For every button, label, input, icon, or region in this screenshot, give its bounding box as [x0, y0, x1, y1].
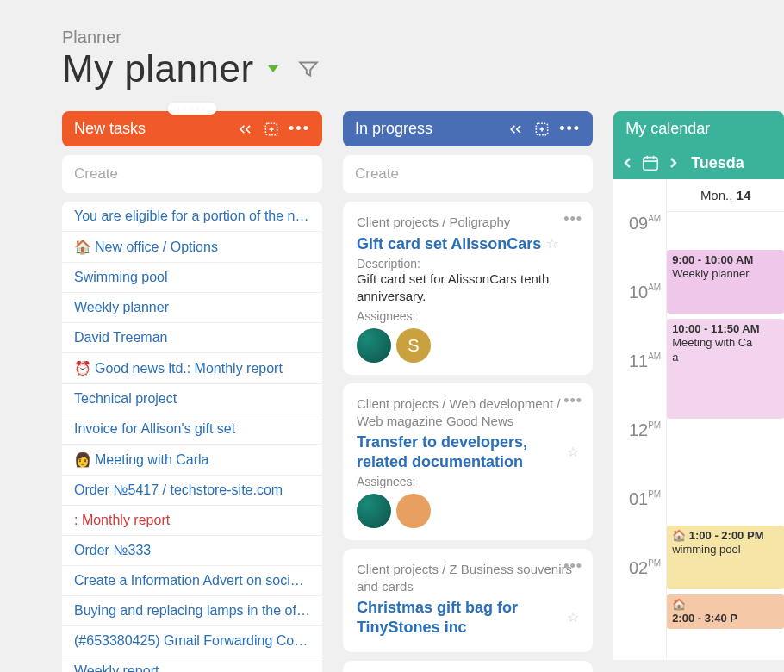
task-card[interactable]: •••Client projects / Web development /	[343, 661, 593, 672]
task-row[interactable]: Create a Information Advert on soci…	[62, 566, 322, 596]
task-row[interactable]: Weekly report	[62, 656, 322, 672]
task-card[interactable]: •••Client projects / Z Business souvenir…	[343, 549, 593, 652]
card-description: Gift card set for AlissonCars tenth anni…	[357, 271, 579, 304]
column-header-new-tasks: : : : : : New tasks •••	[62, 111, 322, 146]
assignees-row	[357, 494, 579, 528]
task-row[interactable]: Buying and replacing lamps in the of…	[62, 596, 322, 626]
card-more-icon[interactable]: •••	[563, 557, 582, 576]
calendar-hour: 11AM	[613, 352, 666, 420]
avatar[interactable]	[396, 494, 431, 528]
assignees-label: Assignees:	[357, 475, 579, 488]
column-in-progress: In progress ••• Create •••Client project…	[343, 111, 593, 672]
calendar-day-header: Mon., 14	[667, 179, 784, 212]
task-row[interactable]: Weekly planner	[62, 293, 322, 323]
task-row[interactable]: Order №5417 / techstore-site.com	[62, 476, 322, 506]
avatar[interactable]	[357, 328, 391, 363]
calendar-event[interactable]: 🏠 1:00 - 2:00 PMwimming pool	[667, 526, 784, 589]
task-list: You are eligible for a portion of the n……	[62, 202, 322, 672]
assignees-label: Assignees:	[357, 309, 579, 323]
calendar-hour: 01PM	[613, 489, 666, 558]
task-row[interactable]: 👩Meeting with Carla	[62, 445, 322, 476]
card-more-icon[interactable]: •••	[563, 392, 582, 410]
calendar-icon[interactable]	[641, 153, 660, 172]
calendar-event[interactable]: 9:00 - 10:00 AMWeekly planner	[667, 250, 784, 314]
breadcrumb[interactable]: Planner	[62, 28, 784, 47]
task-row[interactable]: : Monthly report	[62, 506, 322, 536]
avatar[interactable]: S	[396, 328, 431, 363]
task-row[interactable]: Order №333	[62, 536, 322, 566]
task-card[interactable]: •••Client projects / PoligraphyGift card…	[343, 202, 593, 375]
task-row[interactable]: Swimming pool	[62, 263, 322, 293]
column-calendar: My calendar Tuesda 09AM10AM11AM12PM01PM0…	[613, 111, 784, 660]
calendar-hour: 02PM	[613, 558, 666, 627]
calendar-nav: Tuesda	[613, 146, 784, 179]
calendar-hours: 09AM10AM11AM12PM01PM02PM	[613, 179, 667, 660]
card-path: Client projects / Web development / Web …	[357, 395, 579, 429]
create-input[interactable]: Create	[343, 155, 593, 193]
column-header-in-progress: In progress •••	[343, 111, 593, 146]
drag-handle-icon[interactable]: : : : : :	[167, 103, 216, 115]
expand-icon[interactable]	[263, 121, 280, 138]
card-path: Client projects / Poligraphy	[357, 214, 579, 231]
svg-rect-2	[644, 158, 658, 171]
page-title: My planner	[62, 47, 254, 90]
star-icon[interactable]: ☆	[546, 235, 558, 252]
calendar-hour: 09AM	[613, 214, 666, 283]
card-title[interactable]: Transfer to developers, related document…	[357, 432, 562, 471]
more-icon[interactable]: •••	[559, 120, 581, 138]
task-row[interactable]: David Treeman	[62, 323, 322, 353]
calendar-events: Mon., 14 9:00 - 10:00 AMWeekly planner10…	[667, 179, 784, 660]
calendar-hour: 12PM	[613, 420, 666, 489]
column-header-calendar: My calendar	[613, 111, 784, 146]
collapse-icon[interactable]	[507, 122, 525, 136]
more-icon[interactable]: •••	[289, 120, 310, 138]
task-card[interactable]: •••Client projects / Web development / W…	[343, 383, 593, 540]
column-title: New tasks	[74, 120, 237, 138]
task-row[interactable]: 🏠New office / Options	[62, 232, 322, 263]
calendar-hour: 10AM	[613, 283, 666, 352]
column-title: My calendar	[625, 120, 772, 138]
calendar-day-label: Tuesda	[691, 154, 744, 172]
task-row[interactable]: You are eligible for a portion of the n…	[62, 202, 322, 232]
card-title[interactable]: Christmas gift bag for TinyStones inc	[357, 598, 562, 637]
card-title[interactable]: Gift card set AlissonCars	[357, 234, 541, 254]
card-path: Client projects / Z Business souvenirs a…	[357, 561, 579, 594]
description-label: Description:	[357, 257, 579, 271]
column-new-tasks: : : : : : New tasks ••• Create You are e…	[62, 111, 322, 672]
prev-icon[interactable]	[624, 157, 632, 169]
column-title: In progress	[355, 120, 507, 138]
task-row[interactable]: Technical project	[62, 384, 322, 414]
calendar-event[interactable]: 10:00 - 11:50 AMMeeting with Caa	[667, 319, 784, 419]
next-icon[interactable]	[669, 157, 677, 169]
calendar-event[interactable]: 🏠 2:00 - 3:40 P	[667, 594, 784, 629]
task-row[interactable]: Invoice for Allison's gift set	[62, 414, 322, 445]
expand-icon[interactable]	[533, 121, 551, 138]
title-dropdown-caret[interactable]	[268, 65, 278, 72]
assignees-row: S	[357, 328, 579, 363]
task-row[interactable]: (#653380425) Gmail Forwarding Co…	[62, 626, 322, 656]
star-icon[interactable]: ☆	[567, 609, 579, 625]
star-icon[interactable]: ☆	[567, 444, 579, 460]
filter-icon[interactable]	[297, 58, 320, 80]
task-row[interactable]: ⏰Good news ltd.: Monthly report	[62, 353, 322, 384]
collapse-icon[interactable]	[237, 122, 254, 136]
avatar[interactable]	[357, 494, 391, 528]
create-input[interactable]: Create	[62, 155, 322, 193]
card-more-icon[interactable]: •••	[563, 210, 582, 228]
